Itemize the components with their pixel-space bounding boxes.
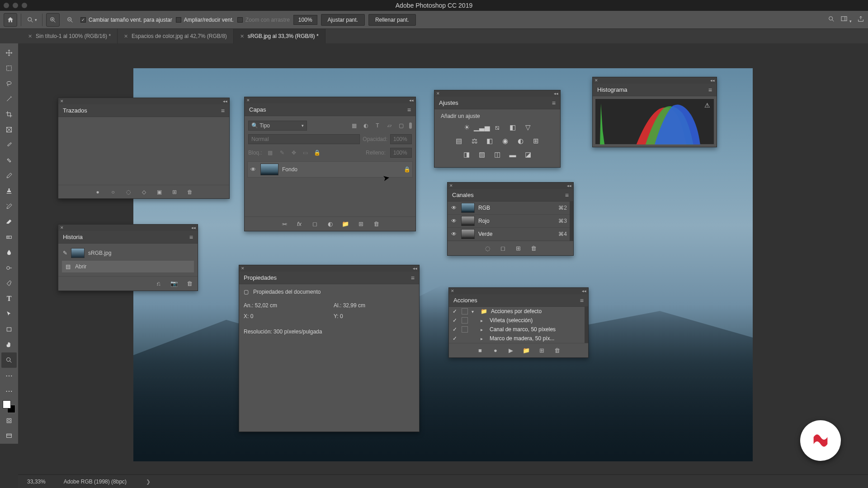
load-selection-icon[interactable]: ◌ — [125, 188, 132, 196]
zoom-percentage-input[interactable]: 100% — [293, 15, 317, 25]
panel-history[interactable]: ✕◂◂ Historia≡ ✎ sRGB.jpg ▤ Abrir ⎌ 📷 🗑 — [58, 224, 198, 291]
save-sel-icon[interactable]: ◻ — [499, 245, 506, 252]
move-tool[interactable] — [1, 45, 17, 61]
close-icon[interactable]: ✕ — [240, 33, 244, 39]
lasso-tool[interactable] — [1, 76, 17, 91]
workspace-switcher-icon[interactable]: ▾ — [840, 15, 852, 24]
action-item[interactable]: ✓▸Viñeta (selección) — [449, 316, 585, 325]
panel-menu-icon[interactable]: ≡ — [580, 297, 584, 304]
close-icon[interactable]: ✕ — [241, 266, 245, 271]
blur-tool[interactable] — [1, 245, 17, 260]
gradient-tool[interactable] — [1, 230, 17, 245]
layer-fx-icon[interactable]: fx — [296, 221, 303, 228]
visibility-icon[interactable]: 👁 — [450, 231, 458, 237]
close-icon[interactable]: ✕ — [28, 33, 32, 39]
collapse-icon[interactable]: ◂◂ — [409, 98, 414, 103]
hand-tool[interactable] — [1, 337, 17, 352]
crop-tool[interactable] — [1, 107, 17, 122]
panel-menu-icon[interactable]: ≡ — [565, 192, 569, 199]
stroke-path-icon[interactable]: ○ — [109, 188, 117, 196]
filter-smart-icon[interactable]: ▢ — [397, 122, 405, 129]
dodge-tool[interactable] — [1, 260, 17, 276]
resize-window-checkbox[interactable]: ✓Cambiar tamaño vent. para ajustar — [80, 17, 172, 23]
status-zoom[interactable]: 33,33% — [27, 479, 46, 485]
fill-path-icon[interactable]: ● — [94, 188, 101, 196]
chevron-right-icon[interactable]: ▸ — [481, 318, 486, 323]
fill-input[interactable]: 100% — [390, 148, 412, 158]
color-swatches[interactable] — [3, 400, 15, 413]
levels-icon[interactable]: ▁▃▅ — [477, 123, 486, 132]
close-icon[interactable]: ✕ — [449, 183, 453, 188]
type-tool[interactable]: T — [1, 291, 17, 306]
check-icon[interactable]: ✓ — [452, 308, 458, 314]
play-icon[interactable]: ▶ — [507, 347, 514, 354]
panel-menu-icon[interactable]: ≡ — [221, 107, 225, 114]
tab-document-1[interactable]: ✕Sin título-1 al 100% (RGB/16) * — [22, 29, 118, 43]
action-folder[interactable]: ✓▾📁Acciones por defecto — [449, 307, 585, 316]
channel-item[interactable]: 👁Rojo⌘3 — [448, 215, 570, 228]
snapshot-icon[interactable]: 📷 — [170, 280, 178, 287]
rectangle-tool[interactable] — [1, 322, 17, 337]
frame-tool[interactable] — [1, 122, 17, 137]
close-icon[interactable]: ✕ — [451, 289, 454, 293]
hue-icon[interactable]: ▤ — [454, 136, 463, 145]
load-sel-icon[interactable]: ◌ — [484, 245, 491, 252]
scrollbar[interactable] — [585, 307, 588, 343]
eraser-tool[interactable] — [1, 214, 17, 230]
zoom-all-windows-checkbox[interactable]: Ampliar/reducir vent. — [176, 17, 234, 23]
lock-pos-icon[interactable]: ✥ — [290, 149, 297, 156]
layer-thumbnail[interactable] — [260, 164, 278, 175]
record-icon[interactable]: ● — [492, 347, 499, 354]
gradient-map-icon[interactable]: ▬ — [508, 150, 517, 159]
marquee-tool[interactable] — [1, 61, 17, 76]
channel-mixer-icon[interactable]: ◐ — [516, 136, 525, 145]
stop-icon[interactable]: ■ — [476, 347, 484, 354]
check-icon[interactable]: ✓ — [452, 317, 458, 324]
collapse-icon[interactable]: ◂◂ — [582, 289, 586, 293]
panel-histogram[interactable]: ✕◂◂ Histograma≡ ⚠ — [592, 77, 717, 147]
collapse-icon[interactable]: ◂◂ — [567, 183, 571, 188]
visibility-icon[interactable]: 👁 — [250, 166, 257, 173]
chevron-right-icon[interactable]: ▸ — [481, 336, 486, 341]
new-set-icon[interactable]: 📁 — [523, 347, 530, 354]
new-layer-icon[interactable]: ⊞ — [357, 221, 364, 228]
panel-menu-icon[interactable]: ≡ — [189, 234, 193, 241]
panel-menu-icon[interactable]: ≡ — [708, 86, 712, 94]
close-icon[interactable]: ✕ — [60, 99, 64, 103]
share-icon[interactable] — [857, 15, 864, 24]
close-icon[interactable]: ✕ — [246, 98, 250, 103]
lock-paint-icon[interactable]: ✎ — [278, 149, 286, 156]
collapse-icon[interactable]: ◂◂ — [710, 78, 715, 83]
visibility-icon[interactable]: 👁 — [450, 218, 458, 224]
blend-mode-select[interactable]: Normal — [248, 134, 360, 144]
panel-adjustments[interactable]: ✕◂◂ Ajustes≡ Añadir un ajuste ☀ ▁▃▅ ⧅ ◧ … — [434, 90, 561, 168]
chevron-down-icon[interactable]: ▾ — [472, 309, 477, 314]
exposure-icon[interactable]: ◧ — [508, 123, 517, 132]
curves-icon[interactable]: ⧅ — [493, 123, 502, 132]
chevron-right-icon[interactable]: ❯ — [145, 479, 151, 485]
brightness-icon[interactable]: ☀ — [462, 123, 471, 132]
add-mask-icon[interactable]: ◻ — [311, 221, 318, 228]
new-group-icon[interactable]: 📁 — [342, 221, 349, 228]
status-profile[interactable]: Adobe RGB (1998) (8bpc) — [64, 479, 127, 485]
history-brush-source-icon[interactable]: ✎ — [63, 250, 67, 256]
history-item[interactable]: ▤ Abrir — [62, 261, 194, 272]
modal-box[interactable] — [462, 326, 468, 333]
stamp-tool[interactable] — [1, 183, 17, 199]
delete-icon[interactable]: 🗑 — [373, 221, 380, 228]
lookup-icon[interactable]: ⊞ — [531, 136, 540, 145]
invert-icon[interactable]: ◨ — [462, 150, 471, 159]
balance-icon[interactable]: ⚖ — [470, 136, 479, 145]
tab-document-3[interactable]: ✕sRGB.jpg al 33,3% (RGB/8) * — [234, 29, 326, 43]
make-workpath-icon[interactable]: ◇ — [140, 188, 147, 196]
panel-menu-icon[interactable]: ≡ — [407, 106, 411, 113]
vibrance-icon[interactable]: ▽ — [524, 123, 533, 132]
screen-mode-tool[interactable] — [1, 428, 17, 444]
zoom-tool[interactable] — [1, 352, 17, 368]
adjustment-layer-icon[interactable]: ◐ — [326, 221, 334, 228]
channel-item[interactable]: 👁Verde⌘4 — [448, 228, 570, 241]
panel-channels[interactable]: ✕◂◂ Canales≡ 👁RGB⌘2 👁Rojo⌘3 👁Verde⌘4 ◌ ◻… — [447, 182, 574, 256]
link-layers-icon[interactable]: ⫘ — [280, 221, 288, 228]
threshold-icon[interactable]: ◫ — [493, 150, 502, 159]
modal-box[interactable] — [462, 335, 468, 342]
